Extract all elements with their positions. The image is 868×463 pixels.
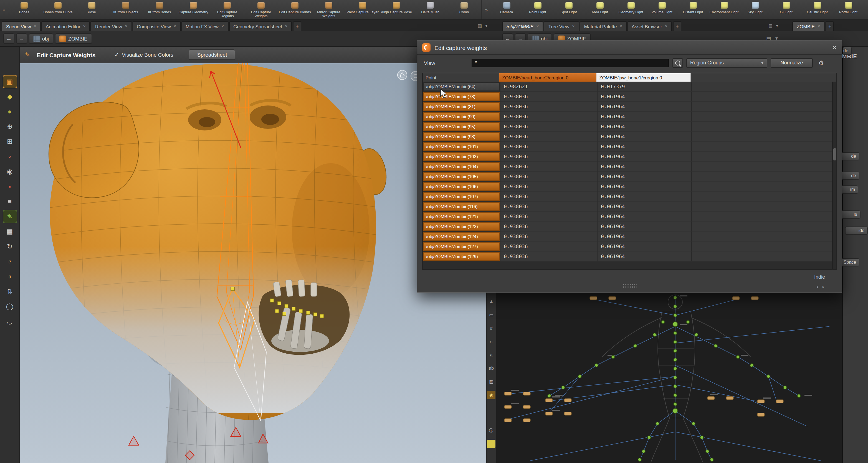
jaw-bone1-weight-cell[interactable]: 0.061964 (597, 151, 692, 162)
table-row[interactable]: /obj/ZOMBIE/Zombie(78) 0.938036 0.061964 (423, 92, 832, 102)
jaw-bone1-weight-cell[interactable]: 0.061964 (597, 211, 692, 222)
table-row[interactable]: /obj/ZOMBIE/Zombie(121) 0.938036 0.06196… (423, 211, 832, 222)
pane-tab[interactable]: Material Palette × (580, 21, 627, 31)
shelf-tool[interactable]: Delta Mush (413, 0, 447, 20)
shelf-tool[interactable]: Camera (491, 0, 522, 20)
table-row[interactable]: /obj/ZOMBIE/Zombie(127) 0.938036 0.06196… (423, 241, 832, 252)
text-display-icon[interactable]: a (487, 351, 495, 359)
column-header-head-bone2[interactable]: ZOMBIE/head_bone2/cregion 0 (499, 73, 596, 82)
jaw-bone1-weight-cell[interactable]: 0.061964 (597, 222, 692, 231)
head-bone2-weight-cell[interactable]: 0.938036 (500, 92, 597, 102)
head-bone2-weight-cell[interactable]: 0.938036 (500, 181, 597, 192)
shelf-tool[interactable]: Mirror Capture Weights (312, 0, 346, 20)
table-row[interactable]: /obj/ZOMBIE/Zombie(124) 0.938036 0.06196… (423, 231, 832, 241)
close-tab-icon[interactable]: × (174, 24, 176, 29)
orbit-icon[interactable]: ◔ (3, 255, 17, 268)
jaw-bone1-weight-cell[interactable]: 0.061964 (597, 102, 692, 112)
jaw-bone1-weight-cell[interactable]: 0.061964 (597, 132, 692, 142)
label-display-icon[interactable]: ab (487, 364, 495, 373)
jaw-bone1-weight-cell[interactable]: 0.061964 (597, 202, 692, 211)
close-tab-icon[interactable]: × (34, 24, 36, 29)
select-tool-icon[interactable]: ⊕ (3, 120, 17, 133)
head-bone2-weight-cell[interactable]: 0.938036 (500, 222, 597, 231)
close-tab-icon[interactable]: × (665, 24, 668, 29)
shelf-tool[interactable]: Distant Light (677, 0, 709, 20)
column-header-jaw-bone1[interactable]: ZOMBIE/jaw_bone1/cregion 0 (596, 73, 691, 82)
shelf-nav-button[interactable]: « (0, 0, 7, 20)
layers-icon[interactable]: ≡ (3, 195, 17, 208)
pane-menu-icon[interactable]: ▾ (776, 23, 778, 28)
network-graph-canvas[interactable] (497, 293, 842, 463)
pane-tab[interactable]: Scene View × (2, 21, 41, 31)
head-bone2-weight-cell[interactable]: 0.938036 (500, 202, 597, 211)
dialog-title-bar[interactable]: Edit capture weights × (417, 40, 842, 55)
parameter-button[interactable]: ide (845, 227, 868, 235)
normalize-button[interactable]: Normalize (771, 58, 813, 67)
breadcrumb[interactable]: obj (29, 33, 53, 44)
point-cell[interactable]: /obj/ZOMBIE/Zombie(98) (423, 132, 500, 141)
jaw-bone1-weight-cell[interactable]: 0.061964 (597, 252, 692, 261)
close-tab-icon[interactable]: × (620, 24, 622, 29)
viewport-3d-canvas[interactable] (20, 63, 486, 463)
autokey-icon[interactable]: ● (3, 106, 17, 118)
spreadsheet-button[interactable]: Spreadsheet (189, 50, 236, 60)
pane-tab[interactable]: Tree View × (544, 21, 579, 31)
search-icon[interactable] (673, 58, 683, 67)
add-tab-button[interactable]: + (673, 21, 681, 31)
point-cell[interactable]: /obj/ZOMBIE/Zombie(78) (423, 92, 500, 101)
table-row[interactable]: /obj/ZOMBIE/Zombie(90) 0.938036 0.061964 (423, 112, 832, 122)
paint-weights-icon[interactable]: ✎ (3, 210, 17, 223)
head-bone2-weight-cell[interactable]: 0.938036 (500, 252, 597, 261)
point-cell[interactable]: /obj/ZOMBIE/Zombie(123) (423, 222, 500, 231)
person-display-icon[interactable]: ♟ (487, 297, 495, 306)
head-bone2-weight-cell[interactable]: 0.938036 (500, 172, 597, 181)
jaw-bone1-weight-cell[interactable]: 0.061964 (597, 122, 692, 132)
jaw-bone1-weight-cell[interactable]: 0.061964 (597, 231, 692, 241)
jaw-bone1-weight-cell[interactable]: 0.061964 (597, 241, 692, 252)
pane-split-icon[interactable]: ▤ (478, 23, 482, 28)
table-row[interactable]: /obj/ZOMBIE/Zombie(104) 0.938036 0.06196… (423, 162, 832, 172)
back-button[interactable]: ← (3, 33, 14, 44)
pane-tab[interactable]: Render View × (91, 21, 132, 31)
jaw-bone1-weight-cell[interactable]: 0.061964 (597, 112, 692, 122)
close-icon[interactable]: × (833, 44, 837, 51)
shelf-tool[interactable]: Capture Geometry (177, 0, 210, 20)
shelf-tool[interactable]: IK from Objects (109, 0, 143, 20)
table-row[interactable]: /obj/ZOMBIE/Zombie(107) 0.938036 0.06196… (423, 192, 832, 202)
jaw-bone1-weight-cell[interactable]: 0.061964 (597, 142, 692, 151)
close-tab-icon[interactable]: × (572, 24, 575, 29)
jaw-bone1-weight-cell[interactable]: 0.017379 (597, 82, 692, 92)
keyframe-icon[interactable]: ◆ (3, 90, 17, 103)
column-header-point[interactable]: Point (423, 73, 499, 82)
pane-menu-icon[interactable]: ▾ (485, 23, 487, 28)
shelf-tool[interactable]: Spot Light (553, 0, 584, 20)
pane-tab[interactable]: Animation Editor × (41, 21, 90, 31)
view-pattern-input[interactable]: * (472, 59, 669, 67)
shelf-tool[interactable]: Pose (75, 0, 109, 20)
head-bone2-weight-cell[interactable]: 0.938036 (500, 211, 597, 222)
table-scrollbar[interactable] (832, 82, 836, 269)
jaw-bone1-weight-cell[interactable]: 0.061964 (597, 92, 692, 102)
magnet-icon[interactable]: ∩ (487, 338, 495, 346)
forward-button[interactable]: → (16, 33, 27, 44)
head-bone2-weight-cell[interactable]: 0.982621 (500, 82, 597, 92)
breadcrumb[interactable]: ZOMBIE (55, 33, 92, 44)
point-cell[interactable]: /obj/ZOMBIE/Zombie(95) (423, 122, 500, 131)
handle-dot-icon[interactable]: ∘ (3, 150, 17, 163)
table-row[interactable]: /obj/ZOMBIE/Zombie(123) 0.938036 0.06196… (423, 222, 832, 231)
jaw-bone1-weight-cell[interactable]: 0.061964 (597, 172, 692, 181)
pane-tab[interactable]: Motion FX View × (181, 21, 228, 31)
close-tab-icon[interactable]: × (125, 24, 127, 29)
pane-tab[interactable]: ZOMBIE × (792, 21, 825, 31)
head-bone2-weight-cell[interactable]: 0.938036 (500, 231, 597, 241)
point-cell[interactable]: /obj/ZOMBIE/Zombie(64) (423, 82, 500, 91)
shelf-tool[interactable]: Edit Capture Regions (210, 0, 244, 20)
handles-tool-icon[interactable]: ▣ (3, 76, 17, 88)
shelf-tool[interactable]: Geometry Light (615, 0, 646, 20)
point-cell[interactable]: /obj/ZOMBIE/Zombie(103) (423, 152, 500, 161)
shelf-tool[interactable]: Bones from Curve (41, 0, 75, 20)
shelf-tool[interactable]: Sky Light (740, 0, 771, 20)
sticky-note-icon[interactable] (487, 440, 495, 448)
point-cell[interactable]: /obj/ZOMBIE/Zombie(104) (423, 162, 500, 171)
point-cell[interactable]: /obj/ZOMBIE/Zombie(81) (423, 102, 500, 111)
